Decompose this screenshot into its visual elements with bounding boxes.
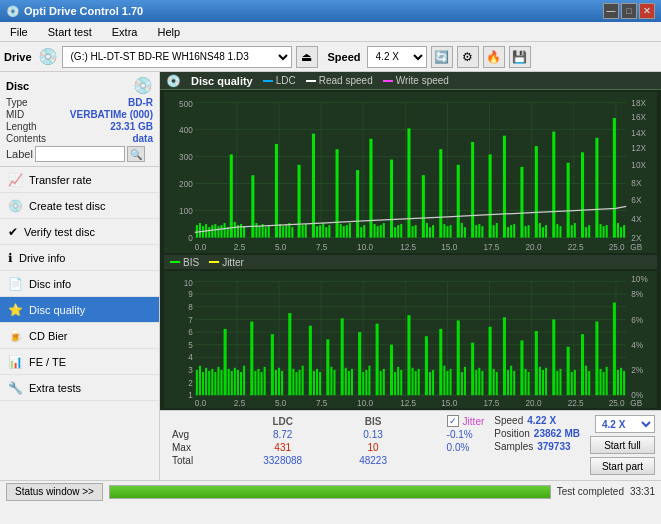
- svg-rect-55: [340, 224, 342, 238]
- title-bar-left: 💿 Opti Drive Control 1.70: [6, 5, 143, 18]
- legend-read-speed-dot: [306, 80, 316, 82]
- status-window-button[interactable]: Status window >>: [6, 483, 103, 501]
- menu-start-test[interactable]: Start test: [42, 24, 98, 40]
- svg-text:1: 1: [188, 390, 193, 400]
- svg-rect-73: [415, 225, 417, 237]
- svg-rect-172: [208, 371, 210, 395]
- svg-rect-41: [282, 226, 284, 237]
- svg-text:16X: 16X: [631, 113, 646, 122]
- burn-button[interactable]: 🔥: [483, 46, 505, 68]
- svg-rect-228: [443, 366, 445, 395]
- legend-read-speed-label: Read speed: [319, 75, 373, 86]
- sidebar-item-create-test-disc[interactable]: 💿 Create test disc: [0, 193, 159, 219]
- svg-rect-200: [316, 369, 318, 395]
- svg-text:15.0: 15.0: [441, 398, 457, 408]
- svg-rect-207: [348, 371, 350, 395]
- svg-rect-81: [450, 225, 452, 237]
- svg-rect-212: [368, 366, 370, 395]
- svg-rect-261: [595, 322, 598, 396]
- svg-text:10.0: 10.0: [357, 243, 373, 252]
- svg-text:0: 0: [188, 234, 193, 243]
- stats-max-ldc: 431: [232, 441, 333, 454]
- config-button[interactable]: ⚙: [457, 46, 479, 68]
- close-button[interactable]: ✕: [639, 3, 655, 19]
- position-label: Position: [494, 428, 530, 439]
- svg-text:10%: 10%: [631, 274, 648, 284]
- svg-rect-26: [224, 223, 226, 238]
- svg-rect-40: [279, 224, 281, 238]
- svg-rect-248: [535, 331, 538, 395]
- svg-rect-179: [231, 371, 233, 395]
- disc-type-value: BD-R: [128, 97, 153, 108]
- svg-rect-255: [567, 347, 570, 395]
- svg-text:6: 6: [188, 327, 193, 337]
- refresh-button[interactable]: 🔄: [431, 46, 453, 68]
- svg-rect-31: [240, 224, 242, 238]
- sidebar-item-verify-test-disc-label: Verify test disc: [24, 226, 95, 238]
- svg-rect-65: [380, 225, 382, 237]
- drive-select[interactable]: (G:) HL-DT-ST BD-RE WH16NS48 1.D3: [62, 46, 292, 68]
- disc-label-input[interactable]: [35, 146, 125, 162]
- chart-title: Disc quality: [191, 75, 253, 87]
- svg-rect-242: [507, 370, 509, 395]
- speed-dropdown[interactable]: 4.2 X: [595, 415, 655, 433]
- svg-rect-251: [545, 368, 547, 395]
- svg-rect-78: [439, 149, 442, 237]
- sidebar-item-transfer-rate[interactable]: 📈 Transfer rate: [0, 167, 159, 193]
- sidebar-item-extra-tests[interactable]: 🔧 Extra tests: [0, 375, 159, 401]
- svg-rect-202: [326, 340, 329, 396]
- svg-rect-227: [439, 329, 442, 395]
- title-bar: 💿 Opti Drive Control 1.70 — □ ✕: [0, 0, 661, 22]
- svg-rect-231: [457, 321, 460, 396]
- maximize-button[interactable]: □: [621, 3, 637, 19]
- svg-rect-23: [214, 224, 216, 238]
- extra-tests-icon: 🔧: [8, 381, 23, 395]
- jitter-checkbox[interactable]: ✓: [447, 415, 459, 427]
- svg-rect-184: [250, 322, 253, 396]
- start-full-button[interactable]: Start full: [590, 436, 655, 454]
- save-button[interactable]: 💾: [509, 46, 531, 68]
- svg-rect-51: [322, 223, 324, 238]
- svg-rect-186: [257, 369, 259, 395]
- sidebar-item-fe-te[interactable]: 📊 FE / TE: [0, 349, 159, 375]
- svg-rect-257: [574, 370, 576, 395]
- svg-text:3: 3: [188, 365, 193, 375]
- menu-file[interactable]: File: [4, 24, 34, 40]
- disc-label-button[interactable]: 🔍: [127, 146, 145, 162]
- svg-rect-218: [397, 367, 399, 395]
- col-header-bis: BIS: [333, 415, 412, 428]
- disc-panel: Disc 💿 Type BD-R MID VERBATIMe (000) Len…: [0, 72, 159, 167]
- svg-rect-173: [211, 369, 213, 395]
- menu-extra[interactable]: Extra: [106, 24, 144, 40]
- speed-select[interactable]: 4.2 X: [367, 46, 427, 68]
- svg-rect-203: [330, 367, 332, 395]
- app-title: Opti Drive Control 1.70: [24, 5, 143, 17]
- top-chart-svg: 0 100 200 300 400 500 2X 4X 6X 8X 10X 12…: [164, 92, 657, 253]
- svg-rect-180: [234, 368, 236, 395]
- svg-text:2.5: 2.5: [234, 243, 246, 252]
- svg-text:7.5: 7.5: [316, 398, 328, 408]
- sidebar-item-drive-info[interactable]: ℹ Drive info: [0, 245, 159, 271]
- menu-help[interactable]: Help: [151, 24, 186, 40]
- svg-rect-117: [617, 223, 619, 238]
- title-bar-controls: — □ ✕: [603, 3, 655, 19]
- sidebar-item-disc-info[interactable]: 📄 Disc info: [0, 271, 159, 297]
- start-part-button[interactable]: Start part: [590, 457, 655, 475]
- sidebar-item-verify-test-disc[interactable]: ✔ Verify test disc: [0, 219, 159, 245]
- stats-row-total: Total 3328088 48223: [166, 454, 437, 467]
- svg-rect-84: [464, 227, 466, 237]
- stats-max-label: Max: [166, 441, 232, 454]
- svg-rect-232: [461, 372, 463, 395]
- sidebar-item-cd-bier[interactable]: 🍺 CD Bier: [0, 323, 159, 349]
- svg-text:17.5: 17.5: [483, 398, 499, 408]
- svg-rect-25: [220, 225, 222, 237]
- legend-ldc-dot: [263, 80, 273, 82]
- sidebar-item-disc-quality[interactable]: ⭐ Disc quality: [0, 297, 159, 323]
- eject-button[interactable]: ⏏: [296, 46, 318, 68]
- svg-rect-110: [585, 227, 587, 237]
- svg-rect-100: [539, 223, 541, 238]
- legend-jitter-label: Jitter: [222, 257, 244, 268]
- stats-avg-ldc: 8.72: [232, 428, 333, 441]
- disc-length-value: 23.31 GB: [110, 121, 153, 132]
- minimize-button[interactable]: —: [603, 3, 619, 19]
